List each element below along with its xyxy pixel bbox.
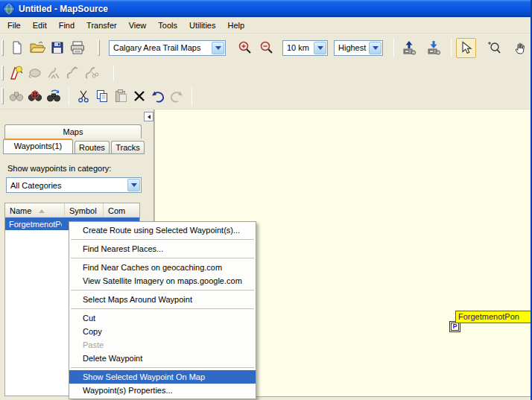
route-tool-icon bbox=[27, 65, 43, 81]
waypoint-table-header: Name Symbol Com bbox=[5, 203, 139, 218]
paste-button[interactable] bbox=[111, 87, 130, 106]
detail-level-combo[interactable]: Highest bbox=[334, 40, 383, 56]
track-tool-button[interactable] bbox=[44, 63, 63, 82]
context-item-create-route[interactable]: Create Route using Selected Waypoint(s).… bbox=[69, 223, 256, 237]
title-bar[interactable]: Untitled - MapSource bbox=[0, 0, 532, 17]
waypoint-tool-button[interactable] bbox=[7, 63, 25, 82]
selection-tool-button[interactable] bbox=[456, 38, 476, 58]
toolbar-grip[interactable] bbox=[1, 39, 4, 56]
chevron-down-icon[interactable] bbox=[212, 42, 224, 54]
tab-routes-label: Routes bbox=[79, 143, 105, 152]
find-nearest-button[interactable] bbox=[25, 87, 44, 106]
column-header-comment[interactable]: Com bbox=[104, 203, 139, 217]
map-waypoint-label[interactable]: ForgetmenotPon bbox=[455, 311, 532, 323]
collapse-panel-button[interactable] bbox=[144, 112, 153, 121]
toolbar-grip[interactable] bbox=[98, 39, 100, 56]
context-item-find-nearest-places[interactable]: Find Nearest Places... bbox=[69, 242, 256, 255]
zoom-out-icon bbox=[259, 40, 274, 55]
toolbar-grip[interactable] bbox=[1, 66, 4, 80]
open-file-button[interactable] bbox=[27, 38, 47, 58]
find-button[interactable] bbox=[7, 87, 25, 106]
waypoint-name-cell: ForgetmenotPo bbox=[5, 220, 62, 229]
context-item-cut[interactable]: Cut bbox=[69, 311, 256, 325]
zoom-in-icon bbox=[238, 40, 253, 55]
chevron-down-icon[interactable] bbox=[369, 42, 381, 54]
receive-from-device-button[interactable] bbox=[423, 38, 443, 58]
context-item-view-satellite-imagery[interactable]: View Satellite Imagery on maps.google.co… bbox=[69, 274, 256, 288]
menu-find[interactable]: Find bbox=[53, 19, 80, 32]
send-to-device-button[interactable] bbox=[399, 38, 419, 58]
sort-ascending-icon bbox=[39, 209, 45, 213]
delete-button[interactable] bbox=[130, 87, 148, 106]
pan-tool-button[interactable] bbox=[510, 38, 530, 58]
undo-button[interactable] bbox=[148, 87, 167, 106]
category-filter-label: Show waypoints in category: bbox=[7, 164, 111, 173]
save-icon bbox=[50, 40, 65, 55]
menu-tools[interactable]: Tools bbox=[152, 19, 183, 32]
collapse-arrow-icon bbox=[148, 115, 151, 119]
tab-waypoints[interactable]: Waypoints(1) bbox=[3, 139, 73, 153]
column-name-label: Name bbox=[10, 206, 31, 215]
chevron-down-icon[interactable] bbox=[127, 179, 140, 191]
waypoint-context-menu: Create Route using Selected Waypoint(s).… bbox=[69, 221, 256, 399]
menu-separator bbox=[71, 258, 254, 258]
delete-icon bbox=[133, 89, 146, 103]
redo-button[interactable] bbox=[167, 87, 186, 106]
context-item-find-near-caches[interactable]: Find Near Caches on geocaching.com bbox=[69, 261, 256, 274]
category-value: All Categories bbox=[7, 181, 127, 190]
column-header-symbol[interactable]: Symbol bbox=[65, 203, 104, 217]
save-button[interactable] bbox=[47, 38, 67, 58]
tab-routes[interactable]: Routes bbox=[75, 141, 110, 153]
standard-toolbar: Calgary Area Trail Maps 10 km Highest bbox=[0, 34, 532, 62]
zoom-scale-combo[interactable]: 10 km bbox=[282, 40, 328, 56]
route-tool-button[interactable] bbox=[25, 63, 44, 82]
map-product-combo[interactable]: Calgary Area Trail Maps bbox=[109, 40, 226, 56]
find-clipboard-toolbar bbox=[0, 83, 532, 109]
pan-hand-icon bbox=[513, 40, 528, 55]
track-filter-button[interactable] bbox=[63, 63, 81, 82]
menu-help[interactable]: Help bbox=[221, 19, 250, 32]
globe-icon bbox=[3, 3, 15, 15]
context-item-show-waypoint-on-map[interactable]: Show Selected Waypoint On Map bbox=[69, 370, 256, 384]
category-combo[interactable]: All Categories bbox=[6, 177, 142, 193]
cut-button[interactable] bbox=[74, 87, 92, 106]
find-icon bbox=[8, 89, 25, 104]
context-item-paste: Paste bbox=[69, 338, 256, 352]
map-waypoint-symbol-glyph: P bbox=[451, 323, 458, 331]
window-title: Untitled - MapSource bbox=[19, 4, 108, 14]
context-item-delete-waypoint[interactable]: Delete Waypoint bbox=[69, 352, 256, 365]
copy-button[interactable] bbox=[92, 87, 111, 106]
context-item-select-maps-around[interactable]: Select Maps Around Waypoint bbox=[69, 293, 256, 306]
zoom-scale-value: 10 km bbox=[283, 43, 314, 52]
tab-maps[interactable]: Maps bbox=[4, 124, 142, 139]
find-nearest-icon bbox=[27, 89, 43, 104]
sub-tab-row: Waypoints(1) Routes Tracks bbox=[3, 139, 145, 153]
cut-icon bbox=[76, 89, 91, 104]
track-tool-icon bbox=[45, 65, 62, 81]
chevron-down-icon[interactable] bbox=[314, 42, 326, 54]
menu-edit[interactable]: Edit bbox=[27, 19, 53, 32]
menu-separator bbox=[71, 290, 254, 291]
menu-view[interactable]: View bbox=[123, 19, 153, 32]
menu-separator bbox=[71, 308, 254, 309]
tab-tracks[interactable]: Tracks bbox=[111, 141, 145, 153]
menu-separator bbox=[71, 367, 254, 368]
menu-transfer[interactable]: Transfer bbox=[80, 19, 123, 32]
column-comment-label: Com bbox=[108, 206, 125, 215]
print-button[interactable] bbox=[67, 38, 87, 58]
menu-utilities[interactable]: Utilities bbox=[183, 19, 221, 32]
column-header-name[interactable]: Name bbox=[5, 203, 65, 217]
waypoint-tool-icon bbox=[8, 65, 25, 81]
track-divide-button[interactable] bbox=[81, 63, 100, 82]
track-divide-icon bbox=[83, 65, 99, 81]
menu-file[interactable]: File bbox=[1, 19, 27, 32]
new-file-button[interactable] bbox=[7, 38, 27, 58]
context-item-copy[interactable]: Copy bbox=[69, 325, 256, 338]
context-item-waypoint-properties[interactable]: Waypoint(s) Properties... bbox=[69, 384, 256, 397]
toolbar-grip[interactable] bbox=[1, 88, 4, 104]
zoom-out-button[interactable] bbox=[256, 38, 276, 58]
zoom-tool-button[interactable] bbox=[484, 38, 504, 58]
zoom-in-button[interactable] bbox=[235, 38, 255, 58]
find-recent-button[interactable] bbox=[44, 87, 63, 106]
edit-tools-toolbar bbox=[0, 62, 532, 83]
